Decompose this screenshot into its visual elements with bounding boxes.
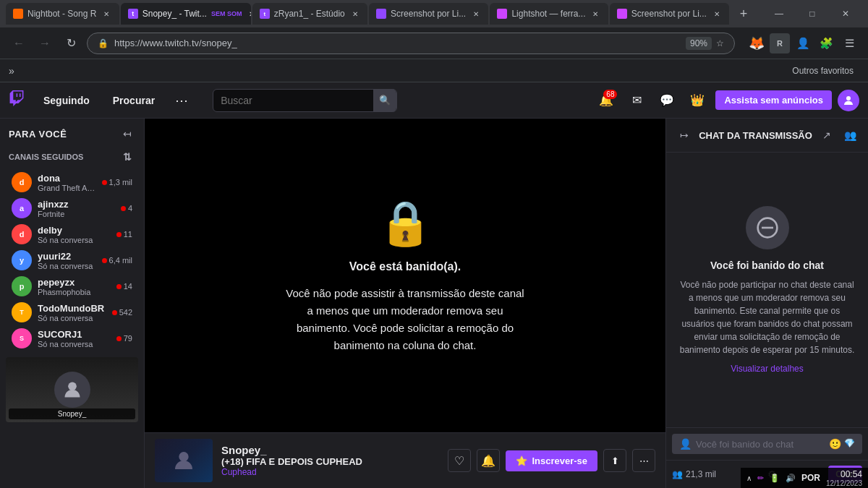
tab-snopey[interactable]: t Snopey_ - Twit... SEM SOM ✕ (121, 3, 251, 25)
channel-viewers-pepeyzx: 14 (116, 282, 132, 291)
sort-channels-button[interactable]: ⇅ (119, 149, 135, 165)
tab-close-snopey[interactable]: ✕ (246, 8, 250, 20)
account-icon[interactable]: 👤 (793, 33, 813, 53)
tab-zryan[interactable]: t zRyan1_ - Estúdio ✕ (252, 3, 367, 25)
tab-lightshot[interactable]: Lightshot — ferra... ✕ (490, 3, 608, 25)
channel-name-ajinxzz: ajinxzz (38, 199, 115, 210)
channel-game-todomundo: Só na conversa (38, 314, 106, 322)
more-options-button[interactable]: ⋯ (171, 90, 192, 111)
taskbar: ∧ ✏ 🔋 🔊 POR 00:54 12/12/2023 (741, 468, 868, 488)
inscrever-label: Inscrever-se (532, 455, 587, 466)
tab-close-zryan[interactable]: ✕ (349, 8, 361, 20)
inscrever-button[interactable]: ⭐ Inscrever-se (506, 450, 597, 471)
chat-smiley-icon[interactable]: 🙂 (829, 438, 841, 450)
outros-favoritos-link[interactable]: Outros favoritos (786, 64, 859, 77)
svg-point-0 (846, 96, 851, 100)
sidebar-item-ajinxzz[interactable]: a ajinxzz Fortnite 4 (3, 195, 141, 221)
more-options-stream-button[interactable]: ⋯ (632, 449, 655, 472)
sidebar-collapse-button[interactable]: ↤ (119, 126, 135, 142)
new-tab-button[interactable]: + (733, 4, 754, 24)
channel-game-ajinxzz: Fortnite (38, 210, 115, 218)
sidebar-item-sucorj1[interactable]: S SUCORJ1 Só na conversa 79 (3, 325, 141, 351)
svg-point-2 (179, 452, 188, 461)
prime-button[interactable]: 👑 (685, 88, 710, 113)
twitch-logo[interactable] (9, 90, 25, 111)
chat-input-area: 👤 Você foi banido do chat 🙂 💎 (666, 427, 868, 460)
channel-game-yuuri22: Só na conversa (38, 262, 96, 270)
menu-button[interactable]: ☰ (839, 33, 859, 53)
tab-close-nightbot[interactable]: ✕ (101, 8, 112, 20)
tab-favicon-lightshot (497, 9, 507, 19)
notifications-button[interactable]: 🔔 68 (594, 88, 618, 113)
tab-close-lightshot[interactable]: ✕ (590, 8, 601, 20)
subscribe-button[interactable]: Assista sem anúncios (715, 90, 832, 110)
address-input[interactable]: 🔒 https://www.twitch.tv/snopey_ 90% ☆ (87, 33, 735, 54)
chat-avatar-icon: 👤 (679, 438, 692, 450)
sidebar-item-dona[interactable]: d dona Grand Theft Auto V 1,3 mil (3, 169, 141, 195)
chat-input-box[interactable]: 👤 Você foi banido do chat 🙂 💎 (672, 434, 862, 454)
stream-title: (+18) FIFA E DEPOIS CUPHEAD (221, 456, 439, 467)
tab-screenshot2[interactable]: Screenshot por Li... ✕ (610, 3, 729, 25)
browser-chrome: Nightbot - Song R ✕ t Snopey_ - Twit... … (0, 0, 868, 82)
whispers-button[interactable]: 💬 (655, 88, 679, 113)
twitch-app: Seguindo Procurar ⋯ 🔍 🔔 68 ✉ 💬 👑 Assista… (0, 82, 868, 488)
close-button[interactable]: ✕ (829, 3, 862, 25)
streamer-preview-thumb[interactable]: Snopey_ (6, 357, 138, 422)
firefox-icon[interactable]: 🦊 (746, 33, 767, 53)
banned-title: Você foi banido do chat (710, 260, 824, 271)
refresh-button[interactable]: ↻ (61, 33, 81, 53)
messages-button[interactable]: ✉ (624, 88, 649, 113)
user-avatar[interactable] (838, 90, 859, 111)
procurar-button[interactable]: Procurar (106, 90, 162, 111)
tab-nightbot[interactable]: Nightbot - Song R ✕ (6, 3, 119, 25)
extensions-btn[interactable]: 🧩 (816, 33, 836, 53)
heart-button[interactable]: ♡ (448, 449, 471, 472)
channel-name-delby: delby (38, 225, 111, 236)
chat-popout-button[interactable]: ↗ (817, 126, 836, 145)
channel-viewers-yuuri22: 6,4 mil (102, 256, 132, 265)
channel-name-todomundo: TodoMundoBR (38, 303, 106, 314)
tab-close-screenshot1[interactable]: ✕ (470, 8, 482, 20)
content-area: 🔒 Você está banido(a). Você não pode ass… (145, 119, 665, 488)
viewers-count-value: 21,3 mil (686, 469, 716, 479)
tab-label-lightshot: Lightshot — ferra... (511, 9, 585, 19)
sidebar-item-yuuri22[interactable]: y yuuri22 Só na conversa 6,4 mil (3, 247, 141, 273)
channel-game-dona: Grand Theft Auto V (38, 184, 96, 192)
sidebar-item-todomundo[interactable]: T TodoMundoBR Só na conversa 542 (3, 299, 141, 325)
viewers-icon: 👥 (672, 469, 683, 479)
channel-avatar-ajinxzz: a (12, 198, 32, 218)
search-input[interactable] (221, 95, 367, 106)
svg-point-1 (68, 382, 77, 391)
bell-button[interactable]: 🔔 (477, 449, 500, 472)
channel-avatar-pepeyzx: p (12, 276, 32, 296)
sidebar-item-pepeyzx[interactable]: p pepeyzx Phasmophobia 14 (3, 273, 141, 299)
canais-seguidos-label: CANAIS SEGUIDOS (9, 153, 83, 161)
channel-viewers-dona: 1,3 mil (102, 178, 132, 187)
search-button[interactable]: 🔍 (373, 89, 396, 112)
tab-favicon-snopey: t (128, 9, 138, 19)
visualizar-detalhes-link[interactable]: Visualizar detalhes (731, 364, 804, 374)
share-button[interactable]: ⬆ (603, 449, 626, 472)
extensions-icon[interactable]: R (770, 33, 790, 53)
chat-expand-button[interactable]: ↦ (675, 126, 694, 145)
chat-users-button[interactable]: 👥 (841, 126, 859, 145)
chat-bits-icon[interactable]: 💎 (844, 438, 855, 450)
channel-avatar-delby: d (12, 224, 32, 244)
tab-screenshot1[interactable]: Screenshot por Li... ✕ (369, 3, 488, 25)
maximize-button[interactable]: □ (796, 3, 829, 25)
banned-icon-circle (746, 206, 789, 249)
tab-favicon-nightbot (13, 9, 23, 19)
expand-bookmarks-icon[interactable]: » (9, 65, 14, 77)
bookmark-star-icon[interactable]: ☆ (716, 38, 724, 48)
bookmarks-bar: » Outros favoritos (0, 59, 868, 82)
search-bar[interactable]: 🔍 (213, 89, 397, 112)
forward-button[interactable]: → (35, 33, 55, 53)
tab-label-screenshot2: Screenshot por Li... (631, 9, 707, 19)
lightshot-icon: ✏ (757, 474, 764, 483)
seguindo-button[interactable]: Seguindo (36, 90, 97, 111)
chat-input-placeholder: Você foi banido do chat (696, 439, 825, 450)
minimize-button[interactable]: — (762, 3, 796, 25)
back-button[interactable]: ← (9, 33, 29, 53)
tab-close-screenshot2[interactable]: ✕ (711, 8, 723, 20)
sidebar-item-delby[interactable]: d delby Só na conversa 11 (3, 221, 141, 247)
